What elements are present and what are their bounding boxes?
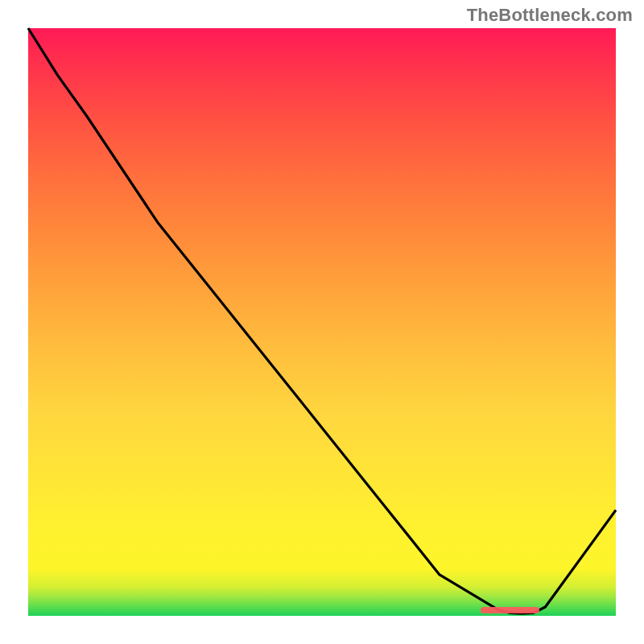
optimum-marker <box>481 607 539 613</box>
chart-frame: TheBottleneck.com <box>0 0 644 644</box>
plot-area <box>28 28 616 616</box>
bottleneck-curve-svg <box>28 28 616 616</box>
watermark-text: TheBottleneck.com <box>467 5 633 26</box>
bottleneck-curve <box>28 28 616 613</box>
